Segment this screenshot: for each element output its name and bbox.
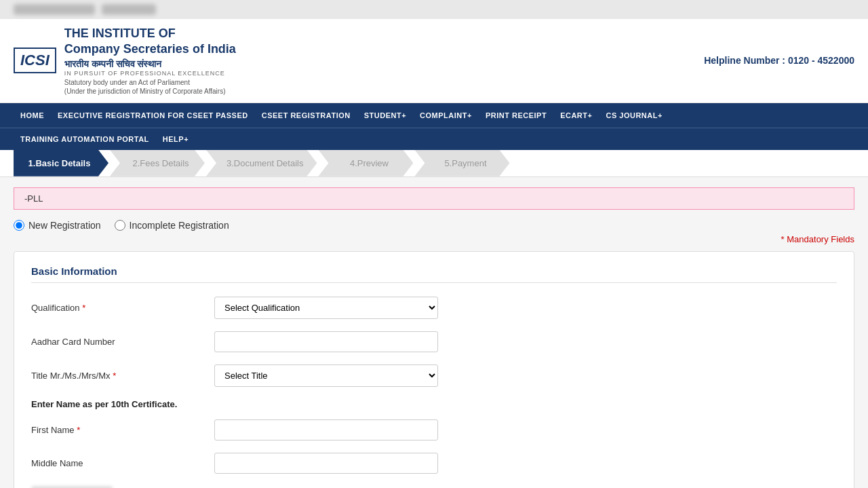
registration-type-group: New Registration Incomplete Registration — [14, 220, 854, 231]
nav-student[interactable]: STUDENT+ — [357, 103, 413, 128]
qualification-row: Qualification * Select Qualification 10t… — [31, 297, 837, 319]
logo-area: ICSI THE INSTITUTE OF Company Secretarie… — [14, 26, 236, 96]
nav-cs-journal[interactable]: CS JOURNAL+ — [599, 103, 669, 128]
qualification-label: Qualification * — [31, 303, 208, 313]
helpline-number: : 0120 - 4522000 — [782, 55, 854, 66]
org-subtitle: IN PURSUIT OF PROFESSIONAL EXCELLENCE — [64, 70, 236, 78]
nav-home[interactable]: HOME — [14, 103, 51, 128]
first-name-required: * — [77, 425, 80, 435]
title-required: * — [113, 371, 116, 381]
logo-icon: ICSI — [14, 48, 56, 73]
qualification-required: * — [82, 303, 85, 313]
nav-training[interactable]: TRAINING AUTOMATION PORTAL — [14, 128, 156, 150]
mandatory-note: * Mandatory Fields — [14, 234, 854, 244]
mandatory-text: * Mandatory Fields — [781, 234, 854, 244]
pll-text: -PLL — [24, 193, 43, 204]
aadhar-label: Aadhar Card Number — [31, 337, 208, 347]
incomplete-registration-option[interactable]: Incomplete Registration — [115, 220, 229, 231]
step-preview[interactable]: 4.Preview — [318, 150, 413, 176]
form-card: Basic Information Qualification * Select… — [14, 251, 854, 488]
top-bar — [0, 0, 868, 19]
pll-bar: -PLL — [14, 187, 854, 210]
incomplete-registration-label: Incomplete Registration — [130, 220, 229, 231]
org-sub3: (Under the jurisdiction of Ministry of C… — [64, 87, 236, 96]
first-name-input[interactable] — [214, 419, 438, 440]
title-label: Title Mr./Ms./Mrs/Mx * — [31, 371, 208, 381]
first-name-row: First Name * — [31, 419, 837, 440]
nav-print-receipt[interactable]: PRINT RECEIPT — [479, 103, 553, 128]
nav-ecart[interactable]: ECART+ — [553, 103, 599, 128]
org-hindi: भारतीय कम्पनी सचिव संस्थान — [64, 58, 236, 70]
step-basic-details[interactable]: 1.Basic Details — [14, 150, 108, 176]
helpline: Helpline Number : 0120 - 4522000 — [704, 55, 854, 66]
new-registration-option[interactable]: New Registration — [14, 220, 101, 231]
step-payment[interactable]: 5.Payment — [414, 150, 509, 176]
middle-name-row: Middle Name — [31, 453, 837, 474]
org-sub2: Statutory body under an Act of Parliamen… — [64, 78, 236, 87]
nav-exec-reg[interactable]: EXECUTIVE REGISTRATION FOR CSEET PASSED — [51, 103, 255, 128]
middle-name-input[interactable] — [214, 453, 438, 474]
blur-element-1 — [14, 4, 95, 15]
step-fees-details[interactable]: 2.Fees Details — [110, 150, 205, 176]
nav-complaint[interactable]: COMPLAINT+ — [413, 103, 479, 128]
new-registration-radio[interactable] — [14, 220, 24, 231]
first-name-label: First Name * — [31, 425, 208, 435]
steps-bar: 1.Basic Details 2.Fees Details 3.Documen… — [0, 150, 868, 177]
step-document-details[interactable]: 3.Document Details — [206, 150, 317, 176]
middle-name-label: Middle Name — [31, 458, 208, 468]
main-content: -PLL New Registration Incomplete Registr… — [0, 177, 868, 488]
section-title: Basic Information — [31, 265, 837, 283]
helpline-label: Helpline Number — [704, 55, 779, 66]
incomplete-registration-radio[interactable] — [115, 220, 125, 231]
new-registration-label: New Registration — [28, 220, 101, 231]
title-select[interactable]: Select Title Mr. Ms. Mrs. Mx. — [214, 364, 438, 387]
title-row: Title Mr./Ms./Mrs/Mx * Select Title Mr. … — [31, 364, 837, 387]
org-text: THE INSTITUTE OF Company Secretaries of … — [64, 26, 236, 96]
org-name-line1: THE INSTITUTE OF Company Secretaries of … — [64, 26, 236, 58]
nav-cseet-reg[interactable]: CSEET REGISTRATION — [255, 103, 357, 128]
nav-help[interactable]: HELP+ — [156, 128, 195, 150]
cert-note: Enter Name as per 10th Certificate. — [31, 399, 837, 409]
aadhar-input[interactable] — [214, 331, 438, 352]
header: ICSI THE INSTITUTE OF Company Secretarie… — [0, 19, 868, 103]
blur-element-2 — [102, 4, 156, 15]
primary-nav: HOME EXECUTIVE REGISTRATION FOR CSEET PA… — [0, 103, 868, 128]
aadhar-row: Aadhar Card Number — [31, 331, 837, 352]
secondary-nav: TRAINING AUTOMATION PORTAL HELP+ — [0, 128, 868, 150]
qualification-select[interactable]: Select Qualification 10th Pass 12th Pass… — [214, 297, 438, 319]
bottom-button-blur — [31, 486, 113, 488]
